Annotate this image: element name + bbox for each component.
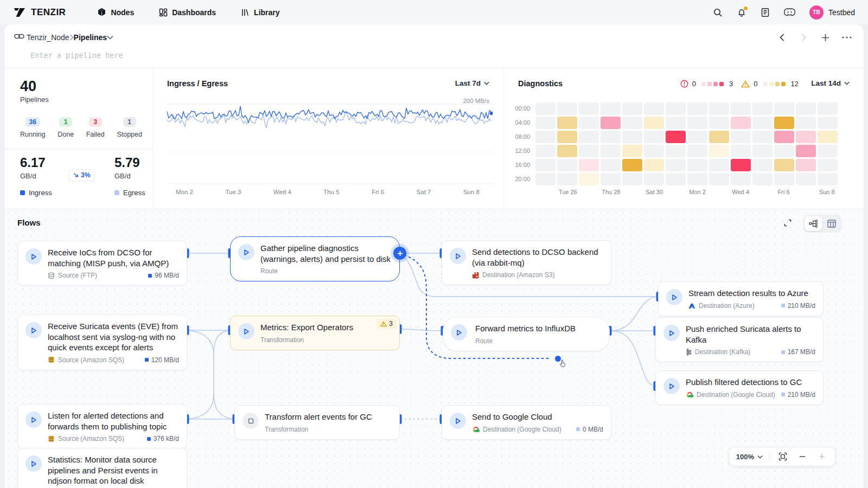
heatmap-cell[interactable] [535, 159, 556, 171]
flow-node-send-google-cloud[interactable]: Send to Google Cloud Destination (Google… [442, 405, 611, 440]
heatmap-cell[interactable] [622, 117, 642, 129]
heatmap-cell[interactable] [666, 102, 686, 115]
heatmap-cell[interactable] [601, 102, 621, 115]
heatmap-cell[interactable] [622, 145, 642, 157]
heatmap-cell[interactable] [731, 102, 751, 115]
heatmap-cell[interactable] [644, 102, 664, 115]
pipeline-status-done[interactable]: 1Done [58, 117, 74, 138]
heatmap-cell[interactable] [666, 173, 686, 185]
play-icon[interactable] [25, 322, 42, 338]
heatmap-cell[interactable] [774, 159, 794, 171]
heatmap-cell[interactable] [687, 173, 707, 185]
heatmap-cell[interactable] [622, 102, 642, 115]
flow-node-statistics[interactable]: Statistics: Monitor data source pipeline… [17, 448, 187, 488]
play-icon[interactable] [25, 248, 42, 265]
chevron-down-icon[interactable] [107, 35, 113, 40]
stop-icon[interactable] [242, 413, 259, 429]
flows-canvas[interactable]: Flows [4, 209, 864, 488]
flow-node-send-dcso[interactable]: Send detections to DCSO backend (via rab… [442, 240, 611, 285]
forward-button[interactable] [796, 30, 810, 44]
heatmap-cell[interactable] [579, 117, 599, 129]
heatmap-cell[interactable] [731, 145, 751, 157]
pipeline-status-stopped[interactable]: 1Stopped [117, 117, 142, 138]
heatmap-cell[interactable] [818, 131, 838, 143]
heatmap-cell[interactable] [709, 159, 729, 171]
heatmap-cell[interactable] [687, 102, 707, 115]
user-menu[interactable]: TB Testbed [809, 5, 855, 20]
heatmap-cell[interactable] [709, 145, 729, 157]
heatmap-cell[interactable] [557, 102, 577, 115]
heatmap-cell[interactable] [774, 102, 794, 115]
flow-node-listen-alerted[interactable]: Listen for alerted detections and forwar… [17, 404, 187, 449]
heatmap-cell[interactable] [557, 145, 577, 157]
heatmap-cell[interactable] [557, 117, 577, 129]
heatmap-cell[interactable] [752, 159, 773, 171]
nav-item-nodes[interactable]: Nodes [97, 8, 134, 17]
nav-item-dashboards[interactable]: Dashboards [159, 8, 216, 17]
heatmap-cell[interactable] [579, 145, 599, 157]
heatmap-cell[interactable] [709, 102, 729, 115]
node-warning-badge[interactable]: 3 [376, 319, 397, 329]
heatmap-cell[interactable] [752, 102, 773, 115]
heatmap-cell[interactable] [687, 117, 707, 129]
heatmap-cell[interactable] [622, 173, 642, 185]
heatmap-cell[interactable] [818, 145, 838, 157]
heatmap-cell[interactable] [601, 173, 621, 185]
pipeline-status-running[interactable]: 36Running [20, 117, 46, 138]
heatmap-cell[interactable] [622, 131, 642, 143]
play-icon[interactable] [663, 325, 680, 341]
heatmap-cell[interactable] [687, 131, 707, 143]
heatmap-cell[interactable] [709, 173, 729, 185]
heatmap-cell[interactable] [796, 173, 816, 185]
heatmap-cell[interactable] [644, 173, 664, 185]
heatmap-cell[interactable] [644, 131, 664, 143]
heatmap-cell[interactable] [752, 131, 773, 143]
play-icon[interactable] [25, 455, 42, 472]
heatmap-cell[interactable] [644, 117, 664, 129]
flow-node-receive-suricata[interactable]: Receive Suricata events (EVE) from local… [17, 314, 187, 370]
chart-range-dropdown[interactable]: Last 7d [455, 79, 489, 87]
heatmap-cell[interactable] [579, 159, 599, 171]
heatmap-cell[interactable] [601, 159, 621, 171]
link-icon[interactable] [14, 33, 24, 42]
heatmap-cell[interactable] [579, 102, 599, 115]
zoom-in-button[interactable] [815, 450, 828, 463]
heatmap-cell[interactable] [709, 117, 729, 129]
heatmap-cell[interactable] [818, 117, 838, 129]
heatmap-cell[interactable] [818, 173, 838, 185]
notifications-bell-icon[interactable] [737, 8, 746, 17]
play-icon[interactable] [663, 378, 680, 394]
heatmap-cell[interactable] [666, 145, 686, 157]
heatmap-cell[interactable] [818, 102, 838, 115]
heatmap-cell[interactable] [796, 102, 816, 115]
heatmap-cell[interactable] [796, 131, 816, 143]
play-icon[interactable] [666, 289, 682, 305]
tenzir-logo[interactable]: TENZIR [13, 7, 66, 18]
flow-node-transform-gc[interactable]: Transform alert events for GC Transforma… [234, 405, 400, 440]
breadcrumb-page[interactable]: Pipelines [74, 33, 107, 42]
graph-view-button[interactable] [805, 216, 822, 231]
zoom-out-button[interactable] [796, 450, 809, 463]
heatmap-cell[interactable] [774, 145, 794, 157]
heatmap-cell[interactable] [601, 117, 621, 129]
heatmap-cell[interactable] [557, 173, 577, 185]
heatmap-cell[interactable] [818, 159, 838, 171]
heatmap-cell[interactable] [601, 145, 621, 157]
heatmap-cell[interactable] [579, 173, 599, 185]
play-icon[interactable] [25, 412, 42, 428]
heatmap-cell[interactable] [535, 145, 556, 157]
add-connection-button[interactable] [393, 247, 406, 260]
play-icon[interactable] [451, 324, 467, 341]
docs-icon[interactable] [761, 8, 770, 17]
heatmap-cell[interactable] [687, 159, 707, 171]
breadcrumb-node[interactable]: Tenzir_Node [27, 33, 69, 42]
play-icon[interactable] [238, 244, 254, 260]
heatmap-cell[interactable] [731, 117, 751, 129]
flow-node-publish-gc[interactable]: Publish filtered detections to GC Destin… [655, 370, 824, 405]
diagnostics-range-dropdown[interactable]: Last 14d [811, 79, 850, 87]
add-pipeline-button[interactable] [818, 30, 832, 44]
heatmap-cell[interactable] [666, 131, 686, 143]
heatmap-cell[interactable] [535, 131, 556, 143]
nav-item-library[interactable]: Library [241, 8, 279, 17]
heatmap-cell[interactable] [535, 173, 556, 185]
